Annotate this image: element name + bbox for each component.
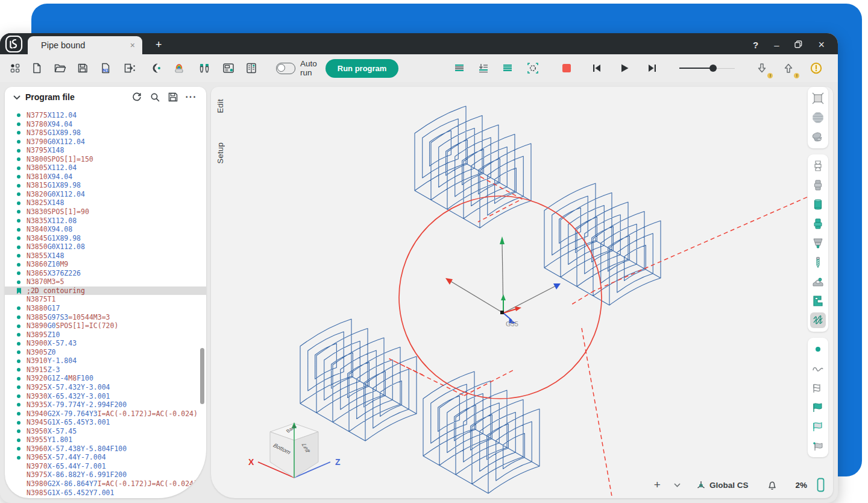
gcode-line[interactable]: N3970X-65.44Y-7.001 [5, 462, 206, 471]
selection-boundary-icon[interactable] [810, 90, 826, 106]
gcode-line[interactable]: N3810X94.04 [5, 172, 206, 182]
gcode-line[interactable]: N3955Y1.801 [5, 435, 206, 444]
postprocessor-icon[interactable] [170, 59, 188, 77]
viewcube-z-label[interactable]: Z [335, 457, 341, 467]
step-up-icon[interactable]: ! [779, 59, 797, 77]
save-program-icon[interactable] [164, 89, 182, 105]
zoom-level[interactable]: 2% [795, 481, 807, 490]
scene-3d[interactable]: G55 Back Bottom Left X Z [211, 87, 833, 496]
gcode-line[interactable]: N3950X-57.45 [5, 427, 206, 436]
workpiece-sphere-icon[interactable] [810, 110, 826, 125]
apps-grid-icon[interactable] [6, 59, 24, 77]
viewcube-x-label[interactable]: X [248, 457, 254, 467]
collapse-chevron-icon[interactable] [13, 92, 20, 103]
gcode-line[interactable]: N3965X-57.44Y-7.004 [5, 453, 206, 462]
gcode-line[interactable]: N3935X-79.774Y-2.994F200 [5, 400, 206, 410]
skip-start-icon[interactable] [588, 59, 606, 77]
nc-file-icon[interactable]: N1 [96, 59, 115, 77]
open-folder-icon[interactable] [51, 59, 69, 77]
stop-icon[interactable] [558, 59, 576, 77]
close-button[interactable]: × [818, 39, 825, 50]
maximize-button[interactable] [794, 40, 802, 49]
gcode-line[interactable]: N3945G1X-65.45Y3.001 [5, 418, 206, 427]
flag-outline-icon[interactable] [810, 419, 826, 434]
gcode-line[interactable]: N3830SPOS[1]=90 [5, 207, 206, 217]
view-cube[interactable]: Back Bottom Left X Z [248, 422, 341, 478]
cs-label[interactable]: Global CS [709, 481, 749, 490]
speed-slider[interactable] [679, 64, 735, 72]
gcode-line[interactable]: N3880G17 [5, 304, 206, 313]
curve-icon[interactable] [810, 361, 826, 376]
save-run-icon[interactable] [835, 59, 838, 77]
search-icon[interactable] [146, 89, 164, 105]
gcode-line[interactable]: N3860Z10M9 [5, 260, 206, 269]
warning-icon[interactable] [807, 59, 825, 77]
play-icon[interactable] [615, 59, 634, 77]
step-down-icon[interactable]: ! [753, 59, 771, 77]
stock-cylinder-icon[interactable] [810, 197, 826, 212]
refresh-icon[interactable] [128, 89, 146, 105]
program-scrollbar[interactable] [200, 348, 204, 404]
part-stepped-icon[interactable] [810, 216, 826, 232]
stock-outline-icon[interactable] [810, 158, 826, 174]
gcode-line[interactable]: N3870M3=5 [5, 277, 206, 286]
new-tab-button[interactable]: + [156, 39, 162, 51]
gcode-line[interactable]: N3790G0X112.04 [5, 138, 206, 147]
save-icon[interactable] [74, 59, 92, 77]
notifications-bell-icon[interactable] [767, 480, 777, 490]
flag-solid-icon[interactable] [810, 399, 826, 415]
gcode-list[interactable]: N3775X112.04N3780X94.04N3785G1X89.98N379… [5, 109, 206, 498]
tab-close-icon[interactable]: × [129, 40, 136, 50]
gcode-line[interactable]: N3900X-57.43 [5, 339, 206, 348]
skip-end-icon[interactable] [643, 59, 661, 77]
gcode-line[interactable]: N3975X-86.882Y-6.991F200 [5, 470, 206, 479]
model-part-icon[interactable] [810, 129, 826, 145]
gcode-line[interactable]: N3925X-57.432Y-3.004 [5, 383, 206, 392]
gcode-line[interactable]: N3840X94.08 [5, 225, 206, 234]
gcode-line[interactable]: N3980G2X-86.864Y7I=AC(-0.172)J=AC(-0.024… [5, 479, 206, 489]
chuck-icon[interactable] [810, 235, 826, 251]
select-settings-icon[interactable] [524, 59, 542, 77]
gcode-line[interactable]: N3845G1X89.98 [5, 234, 206, 243]
gcode-line[interactable]: N3910Y-1.804 [5, 356, 206, 365]
gcode-line[interactable]: N3820G0X112.04 [5, 190, 206, 199]
gcode-line[interactable]: N3905Z0 [5, 348, 206, 357]
gcode-line[interactable]: N3800SPOS[1]=150 [5, 155, 206, 164]
gcode-line[interactable]: N3795X148 [5, 146, 206, 155]
gcode-line[interactable]: N3855X148 [5, 252, 206, 261]
import-program-icon[interactable] [121, 59, 139, 77]
new-file-icon[interactable] [28, 59, 46, 77]
gcode-line[interactable]: ;2D contouring [5, 286, 206, 296]
control-panel-icon[interactable] [219, 59, 237, 77]
gcode-line[interactable]: N3875T1 [5, 295, 206, 304]
points-icon[interactable] [810, 341, 826, 357]
tab-pipe-bound[interactable]: Pipe bound × [28, 36, 142, 54]
gcode-line[interactable]: N3865X376Z226 [5, 269, 206, 278]
gcode-line[interactable]: N3780X94.04 [5, 120, 206, 129]
gcode-line[interactable]: N3930X-65.432Y-3.001 [5, 392, 206, 401]
magnet-snap-icon[interactable] [146, 59, 164, 77]
gcode-line[interactable]: N3920G1Z-4M8F100 [5, 374, 206, 383]
minimize-button[interactable]: – [774, 40, 779, 49]
gcode-line[interactable]: N3940G2X-79.764Y3I=AC(-0.172)J=AC(-0.024… [5, 410, 206, 419]
panel-more-icon[interactable]: ··· [182, 89, 200, 105]
gcode-line[interactable]: N3960X-57.438Y-5.804F100 [5, 444, 206, 454]
flags-icon[interactable] [810, 380, 826, 396]
add-view-button[interactable]: + [654, 478, 661, 492]
gcode-line[interactable]: N3985G1X-65.452Y7.001 [5, 489, 206, 498]
toolpath-hatch-icon[interactable] [810, 312, 826, 328]
gcode-line[interactable]: N3885G97S3=10544M3=3 [5, 313, 206, 322]
gcode-line[interactable]: N3890G0SPOS[1]=IC(720) [5, 321, 206, 331]
gcode-line[interactable]: N3775X112.04 [5, 111, 206, 120]
stock-solid-icon[interactable] [810, 177, 826, 193]
view-dropdown-chevron-icon[interactable] [674, 483, 681, 487]
program-list-icon[interactable] [242, 59, 260, 77]
auto-run-toggle[interactable] [276, 63, 295, 74]
gcode-compact-icon[interactable] [498, 59, 517, 77]
gcode-lines-icon[interactable] [450, 59, 468, 77]
fixture-icon[interactable] [810, 274, 826, 289]
slider-knob[interactable] [709, 65, 717, 72]
gcode-line[interactable]: N3815G1X89.98 [5, 181, 206, 190]
run-program-button[interactable]: Run program [326, 59, 399, 78]
tools-pair-icon[interactable] [195, 59, 213, 77]
